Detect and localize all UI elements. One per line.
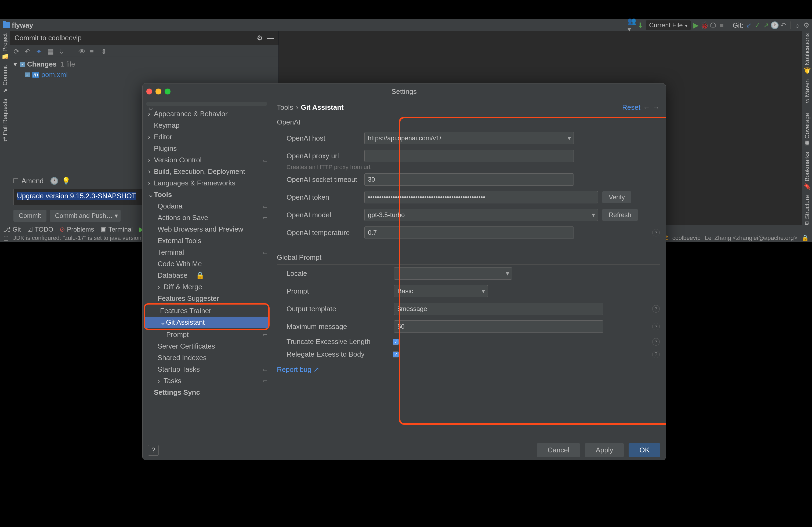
git-commit-icon[interactable]: ✓ [754, 22, 761, 28]
minimize-icon[interactable]: — [267, 34, 274, 42]
tree-languages[interactable]: Languages & Frameworks [143, 177, 271, 189]
apply-button[interactable]: Apply [585, 443, 624, 457]
close-icon[interactable] [146, 89, 152, 94]
amend-checkbox[interactable] [13, 178, 18, 183]
locale-select[interactable] [394, 267, 512, 280]
relegate-checkbox[interactable]: ✓ [393, 351, 399, 358]
report-bug-link[interactable]: Report bug ↗ [277, 361, 660, 375]
help-icon[interactable]: ? [652, 351, 660, 358]
terminal-tool-button[interactable]: ▣ Terminal [101, 226, 133, 233]
rollback-icon[interactable]: ↶ [25, 47, 31, 54]
project-tool-button[interactable]: 📁 Project [2, 33, 9, 60]
tree-terminal[interactable]: Terminal▭ [143, 246, 271, 258]
truncate-checkbox[interactable]: ✓ [393, 339, 399, 345]
status-icon[interactable]: ▢ [3, 235, 9, 241]
diff-icon[interactable]: ✦ [36, 47, 42, 54]
openai-timeout-input[interactable]: 30 [364, 174, 574, 186]
commit-tool-button[interactable]: ✔ Commit [2, 65, 9, 94]
changes-node[interactable]: ✓ Changes 1 file [13, 59, 275, 70]
expander-icon[interactable] [13, 60, 18, 69]
openai-temp-input[interactable]: 0.7 [364, 226, 574, 239]
tree-database[interactable]: Database 🔒 [143, 270, 271, 281]
zoom-icon[interactable] [164, 89, 171, 94]
verify-button[interactable]: Verify [602, 191, 631, 203]
git-tool-button[interactable]: ⎇ Git [3, 226, 21, 233]
history-icon[interactable]: 🕐 [50, 177, 59, 185]
changed-file-row[interactable]: ✓ m pom.xml [13, 70, 275, 80]
refresh-icon[interactable]: ⟳ [13, 47, 20, 54]
git-push-icon[interactable]: ↗ [763, 22, 769, 28]
tree-prompt[interactable]: Prompt▭ [143, 329, 271, 341]
gear-icon[interactable]: ⚙ [257, 34, 263, 42]
debug-icon[interactable]: 🐞 [701, 22, 708, 28]
project-crumb[interactable]: flyway [3, 21, 33, 30]
bulb-icon[interactable]: 💡 [62, 177, 70, 185]
tree-keymap[interactable]: Keymap [143, 120, 271, 131]
tree-tasks[interactable]: Tasks▭ [143, 375, 271, 387]
search-icon[interactable]: ⌕ [794, 22, 801, 28]
build-icon[interactable]: ⬇ [637, 22, 644, 28]
expand-icon[interactable]: ⇕ [101, 47, 107, 54]
tree-actions-save[interactable]: Actions on Save▭ [143, 212, 271, 224]
notifications-tool-button[interactable]: 🔔 Notifications [804, 33, 811, 74]
tree-diff[interactable]: Diff & Merge [143, 281, 271, 293]
shelve-icon[interactable]: ⇩ [59, 47, 65, 54]
tree-editor[interactable]: Editor [143, 131, 271, 143]
problems-tool-button[interactable]: ⊘ Problems [60, 226, 94, 233]
refresh-button[interactable]: Refresh [602, 209, 638, 221]
bookmarks-tool-button[interactable]: 🔖 Bookmarks [804, 152, 811, 190]
breadcrumb-root[interactable]: Tools [277, 103, 293, 111]
tree-plugins[interactable]: Plugins [143, 143, 271, 154]
todo-tool-button[interactable]: ☑ TODO [27, 226, 53, 233]
back-icon[interactable]: ← [643, 103, 650, 111]
git-update-icon[interactable]: ↙ [746, 22, 752, 28]
tree-version-control[interactable]: Version Control▭ [143, 154, 271, 166]
tree-build[interactable]: Build, Execution, Deployment [143, 166, 271, 177]
ok-button[interactable]: OK [628, 443, 660, 457]
openai-model-select[interactable]: gpt-3.5-turbo [364, 209, 598, 221]
file-checkbox[interactable]: ✓ [25, 73, 30, 77]
tree-tools[interactable]: Tools [143, 189, 271, 200]
coverage-icon[interactable]: ⬡ [710, 22, 716, 28]
help-icon[interactable]: ? [652, 229, 660, 236]
tree-features-trainer[interactable]: Features Trainer [145, 305, 268, 317]
help-icon[interactable]: ? [652, 305, 660, 313]
maven-tool-button[interactable]: m Maven [804, 79, 811, 103]
lock-icon[interactable]: 🔒 [801, 235, 809, 241]
reset-link[interactable]: Reset [622, 103, 640, 111]
changelist-icon[interactable]: ▤ [47, 47, 54, 54]
run-icon[interactable]: ▶ [693, 22, 699, 28]
help-icon[interactable]: ? [652, 323, 660, 330]
users-icon[interactable]: 👥▾ [628, 22, 635, 28]
tree-settings-sync[interactable]: Settings Sync [143, 387, 271, 398]
tree-qodana[interactable]: Qodana▭ [143, 200, 271, 212]
minimize-icon[interactable] [156, 89, 161, 94]
run-config-selector[interactable]: Current File [646, 20, 690, 30]
tree-server-certs[interactable]: Server Certificates [143, 341, 271, 352]
max-message-input[interactable]: 50 [394, 320, 603, 333]
commit-button[interactable]: Commit [13, 210, 46, 222]
openai-proxy-input[interactable] [364, 150, 574, 162]
tree-startup[interactable]: Startup Tasks▭ [143, 364, 271, 375]
tree-external-tools[interactable]: External Tools [143, 235, 271, 246]
prompt-select[interactable]: Basic [394, 285, 488, 297]
stop-icon[interactable]: ■ [719, 22, 725, 28]
tree-features-suggester[interactable]: Features Suggester [143, 293, 271, 304]
pull-requests-tool-button[interactable]: ⇄ Pull Requests [2, 99, 9, 142]
group-icon[interactable]: ≡ [90, 47, 96, 54]
tree-git-assistant[interactable]: Git Assistant [145, 317, 268, 328]
openai-host-input[interactable]: https://api.openai.com/v1/ [364, 132, 574, 144]
tree-appearance[interactable]: Appearance & Behavior [143, 108, 271, 120]
tree-browsers[interactable]: Web Browsers and Preview [143, 224, 271, 235]
git-history-icon[interactable]: 🕐 [771, 22, 778, 28]
changes-checkbox[interactable]: ✓ [20, 62, 25, 67]
help-icon[interactable]: ? [652, 338, 660, 346]
tree-shared-indexes[interactable]: Shared Indexes [143, 352, 271, 364]
commit-push-button[interactable]: Commit and Push… [50, 210, 121, 222]
coverage-tool-button[interactable]: ▦ Coverage [804, 113, 811, 147]
cancel-button[interactable]: Cancel [537, 443, 580, 457]
settings-search-input[interactable] [146, 102, 267, 106]
show-icon[interactable]: 👁 [78, 47, 85, 54]
settings-icon[interactable]: ⚙ [803, 22, 809, 28]
forward-icon[interactable]: → [653, 103, 660, 111]
